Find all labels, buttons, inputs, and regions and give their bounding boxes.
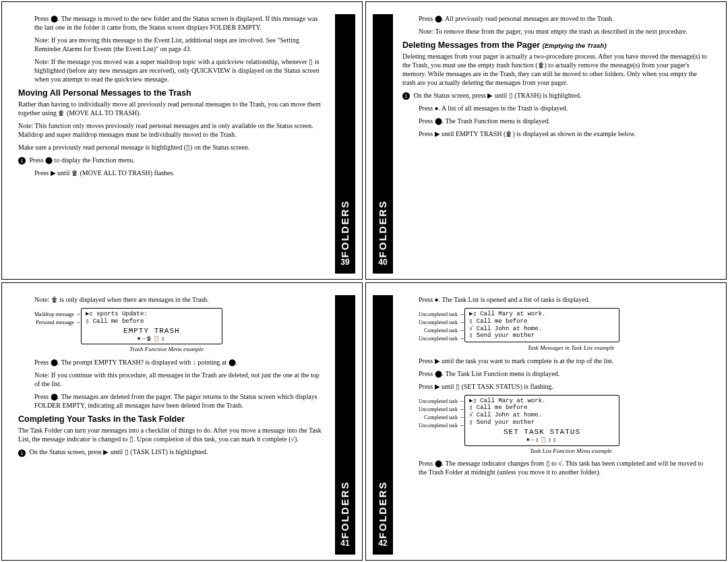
- page-number-39: 39: [340, 257, 349, 268]
- task-func-screen: ▶▯ Call Mary at work. ▯ Call me before √…: [464, 395, 619, 446]
- screen-title: EMPTY TRASH: [86, 327, 218, 336]
- p39-para2: Rather than having to individually move …: [18, 100, 326, 117]
- lbl-completed: Completed task: [424, 327, 458, 334]
- screen-row3: √ Call John at home.: [469, 325, 615, 333]
- page-42-content: Press ●. The Task List is opened and a l…: [393, 295, 719, 555]
- screen-row4: ▯ Send your mother: [469, 332, 615, 340]
- p39-para1: Press ⬤. The message is moved to the new…: [18, 14, 326, 32]
- lbl-maildrop: Maildrop message: [34, 311, 74, 317]
- page-39-content: Press ⬤. The message is moved to the new…: [9, 14, 335, 274]
- step-bullet-1: 1: [402, 92, 410, 100]
- p41-note2: Note: If you continue with this procedur…: [18, 371, 326, 388]
- tab-label: FOLDERS: [338, 301, 352, 538]
- p39-note2: Note: If the message you moved was a sup…: [18, 57, 326, 84]
- lbl-uncompleted-3: Uncompleted task: [419, 336, 458, 342]
- task-list-labels: Uncompleted task → Uncompleted task → Co…: [419, 308, 464, 343]
- task-list-screen: ▶▯ Call Mary at work. ▯ Call me before √…: [464, 308, 619, 342]
- p42-para4: Press ▶ until ▯ (SET TASK STATUS) is fla…: [402, 382, 710, 391]
- lbl2-uncompleted-2: Uncompleted task: [419, 406, 458, 412]
- p41-para3: The Task Folder can turn your messages i…: [18, 426, 326, 443]
- p39-para3: Make sure a previously read personal mes…: [18, 143, 326, 152]
- page-40-tab: FOLDERS 40: [373, 14, 393, 274]
- lbl-uncompleted-2: Uncompleted task: [419, 319, 458, 325]
- p42-para2: Press ▶ until the task you want to mark …: [402, 356, 710, 365]
- trash-menu-screen: ▶▯ sports Update: ▯ Call me before EMPTY…: [81, 308, 222, 344]
- trash-caption: Trash Function Menu example: [59, 346, 274, 354]
- p40-step1c: Press ⬤. The Trash Function menu is disp…: [402, 117, 710, 125]
- step-bullet-1: 1: [18, 449, 26, 457]
- p40-step1b: Press ●. A list of all messages in the T…: [402, 104, 710, 113]
- p39-note1: Note: If you are moving this message to …: [18, 36, 326, 53]
- page-41: Note: 🗑 is only displayed when there are…: [1, 282, 363, 561]
- page-42-tab: FOLDERS 42: [373, 295, 393, 555]
- page-39: Press ⬤. The message is moved to the new…: [1, 1, 363, 280]
- lbl2-uncompleted-3: Uncompleted task: [419, 423, 458, 429]
- screen-row3: √ Call John at home.: [469, 412, 615, 419]
- step-bullet-1: 1: [18, 157, 26, 164]
- lbl2-uncompleted-1: Uncompleted task: [419, 398, 458, 404]
- p39-heading: Moving All Personal Messages to the Tras…: [18, 88, 326, 98]
- p42-para1: Press ●. The Task List is opened and a l…: [402, 295, 710, 304]
- task-func-labels: Uncompleted task → Uncompleted task → Co…: [419, 395, 464, 430]
- screen-row1: ▶▯ sports Update:: [86, 311, 218, 318]
- screen-row2: ▯ Call me before: [86, 318, 218, 325]
- p39-step1a-text: Press ⬤ to display the Function menu.: [30, 156, 135, 164]
- lbl-uncompleted-1: Uncompleted task: [419, 311, 458, 317]
- p41-step1a: 1 On the Status screen, press ▶ until ▯ …: [18, 447, 326, 456]
- tab-label: FOLDERS: [338, 20, 352, 257]
- page-40-content: Press ⬤. All previously read personal me…: [393, 14, 719, 274]
- p42-para5: Press ⬤. The message indicator changes f…: [402, 459, 710, 476]
- screen-icons: ✖↔🗑📋▯: [86, 336, 218, 342]
- task-list-figure: Uncompleted task → Uncompleted task → Co…: [402, 308, 710, 343]
- p40-step1a: 1 On the Status screen, press ▶ until ▯ …: [402, 91, 710, 100]
- screen-row4: ▯ Send your mother: [469, 419, 615, 427]
- p40-step1d: Press ▶ until EMPTY TRASH (🗑) is display…: [402, 129, 710, 138]
- p41-heading: Completing Your Tasks in the Task Folder: [18, 414, 326, 425]
- p39-step1a: 1 Press ⬤ to display the Function menu.: [18, 156, 326, 164]
- trash-menu-labels: Maildrop message → Personal message →: [34, 308, 81, 327]
- task-list-caption: Task Messages in Task List example: [456, 344, 686, 352]
- manual-spread: Press ⬤. The message is moved to the new…: [0, 0, 728, 562]
- screen-row2: ▯ Call me before: [469, 318, 615, 325]
- page-number-42: 42: [378, 538, 387, 549]
- p41-note1: Note: 🗑 is only displayed when there are…: [18, 295, 326, 304]
- lbl-personal: Personal message: [36, 319, 74, 325]
- screen-row1: ▶▯ Call Mary at work.: [469, 311, 615, 318]
- page-number-41: 41: [340, 538, 349, 549]
- p41-para2: Press ⬤. The messages are deleted from t…: [18, 392, 326, 410]
- p40-step1a-text: On the Status screen, press ▶ until ▯ (T…: [414, 92, 582, 99]
- page-41-tab: FOLDERS 41: [335, 295, 355, 555]
- screen-icons: ✖↔▯📋▯▯: [469, 437, 615, 443]
- p39-step1b: Press ▶ until 🗑 (MOVE ALL TO TRASH) flas…: [18, 168, 326, 177]
- lbl2-completed: Completed task: [424, 414, 458, 420]
- task-func-figure: Uncompleted task → Uncompleted task → Co…: [402, 395, 710, 446]
- p40-heading: Deleting Messages from the Pager (Emptyi…: [402, 40, 710, 51]
- p40-h1-sub: (Emptying the Trash): [543, 42, 607, 49]
- tab-label: FOLDERS: [376, 301, 390, 538]
- p40-note1: Note: To remove these from the pager, yo…: [402, 27, 710, 36]
- p41-step1a-text: On the Status screen, press ▶ until ▯ (T…: [30, 448, 208, 456]
- p40-h1-text: Deleting Messages from the Pager: [402, 40, 540, 50]
- screen-title: SET TASK STATUS: [469, 428, 615, 437]
- page-41-content: Note: 🗑 is only displayed when there are…: [9, 295, 335, 555]
- task-func-caption: Task List Function Menu example: [456, 447, 686, 456]
- page-number-40: 40: [378, 257, 387, 268]
- p41-para1: Press ⬤. The prompt EMPTY TRASH? is disp…: [18, 358, 326, 367]
- screen-row1: ▶▯ Call Mary at work.: [469, 398, 615, 405]
- p39-note3: Note: This function only moves previousl…: [18, 121, 326, 139]
- page-39-tab: FOLDERS 39: [335, 14, 355, 274]
- page-40: FOLDERS 40 Press ⬤. All previously read …: [365, 1, 727, 280]
- p40-para1: Press ⬤. All previously read personal me…: [402, 14, 710, 23]
- p42-para3: Press ⬤. The Task List Function menu is …: [402, 369, 710, 378]
- trash-menu-figure: Maildrop message → Personal message → ▶▯…: [18, 308, 326, 344]
- tab-label: FOLDERS: [376, 20, 390, 257]
- page-42: FOLDERS 42 Press ●. The Task List is ope…: [365, 282, 727, 561]
- p40-para2: Deleting messages from your pager is act…: [402, 52, 710, 87]
- screen-row2: ▯ Call me before: [469, 404, 615, 412]
